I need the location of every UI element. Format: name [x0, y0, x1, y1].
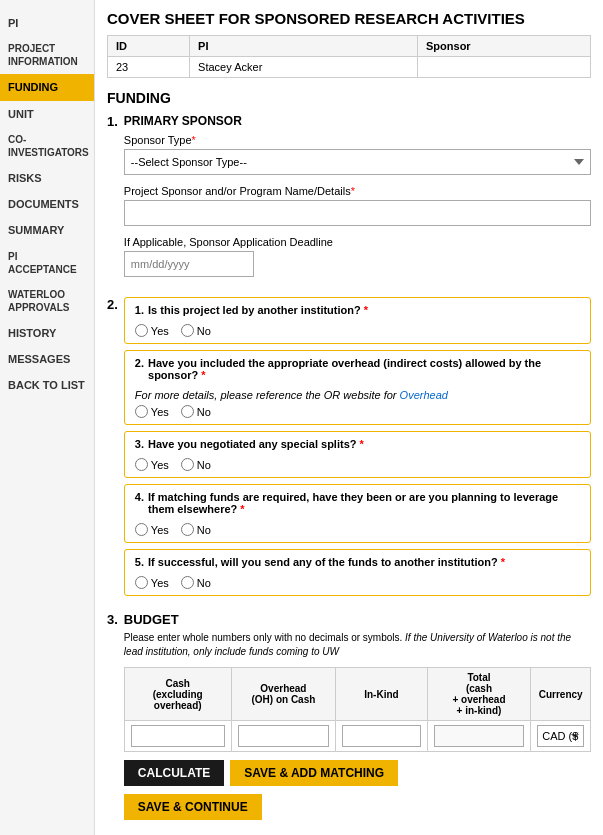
- sidebar-item-co-investigators[interactable]: Co-Investigators: [0, 127, 94, 165]
- q1-yes-radio[interactable]: [135, 324, 148, 337]
- question-3: 3. Have you negotiated any special split…: [124, 431, 591, 478]
- q5-yes-label[interactable]: Yes: [135, 576, 169, 589]
- q2-note: For more details, please reference the O…: [135, 389, 580, 401]
- cell-pi: Stacey Acker: [190, 57, 418, 78]
- section-3-content: BUDGET Please enter whole numbers only w…: [124, 612, 591, 820]
- deadline-label: If Applicable, Sponsor Application Deadl…: [124, 236, 591, 248]
- project-sponsor-label: Project Sponsor and/or Program Name/Deta…: [124, 185, 591, 197]
- cash-input[interactable]: [131, 725, 225, 747]
- q2-yes-radio[interactable]: [135, 405, 148, 418]
- q5-radio-group: Yes No: [135, 576, 580, 589]
- currency-select[interactable]: CAD ($) USD ($) EUR (€) GBP (£): [537, 725, 584, 747]
- col-inkind: In-Kind: [336, 668, 427, 721]
- overhead-cell: [231, 721, 336, 752]
- q3-text: Have you negotiated any special splits? …: [148, 438, 364, 450]
- q3-yes-label[interactable]: Yes: [135, 458, 169, 471]
- question-5: 5. If successful, will you send any of t…: [124, 549, 591, 596]
- section-1-number: 1.: [107, 114, 118, 129]
- question-2: 2. Have you included the appropriate ove…: [124, 350, 591, 425]
- button-row-2: SAVE & CONTINUE: [124, 794, 591, 820]
- q3-yes-radio[interactable]: [135, 458, 148, 471]
- q4-no-radio[interactable]: [181, 523, 194, 536]
- sidebar: PI Project Information FUNDING UNIT Co-I…: [0, 0, 95, 835]
- cash-cell: [124, 721, 231, 752]
- q3-no-label[interactable]: No: [181, 458, 211, 471]
- questions-wrapper: 1. Is this project led by another instit…: [124, 297, 591, 602]
- project-sponsor-group: Project Sponsor and/or Program Name/Deta…: [124, 185, 591, 226]
- col-cash: Cash (excluding overhead): [124, 668, 231, 721]
- col-total: Total (cash + overhead + in-kind): [427, 668, 531, 721]
- q1-header: 1. Is this project led by another instit…: [135, 304, 580, 320]
- sidebar-item-funding[interactable]: FUNDING: [0, 74, 94, 100]
- q1-yes-label[interactable]: Yes: [135, 324, 169, 337]
- calculate-button[interactable]: CALCULATE: [124, 760, 224, 786]
- sidebar-item-waterloo-approvals[interactable]: Waterloo Approvals: [0, 282, 94, 320]
- currency-cell: CAD ($) USD ($) EUR (€) GBP (£): [531, 721, 591, 752]
- sponsor-type-select[interactable]: --Select Sponsor Type--: [124, 149, 591, 175]
- sidebar-item-documents[interactable]: DOCUMENTS: [0, 191, 94, 217]
- q2-number: 2.: [135, 357, 144, 385]
- q3-radio-group: Yes No: [135, 458, 580, 471]
- col-id: ID: [108, 36, 190, 57]
- sidebar-item-history[interactable]: HISTORY: [0, 320, 94, 346]
- sidebar-item-back-to-list[interactable]: BACK TO LIST: [0, 372, 94, 398]
- page-title: COVER SHEET FOR SPONSORED RESEARCH ACTIV…: [107, 10, 591, 27]
- section-2: 2. 1. Is this project led by another ins…: [107, 297, 591, 602]
- q1-number: 1.: [135, 304, 144, 320]
- q4-number: 4.: [135, 491, 144, 519]
- sidebar-item-summary[interactable]: SUMMARY: [0, 217, 94, 243]
- question-1: 1. Is this project led by another instit…: [124, 297, 591, 344]
- table-row: 23 Stacey Acker: [108, 57, 591, 78]
- overhead-input[interactable]: [238, 725, 330, 747]
- project-sponsor-input[interactable]: [124, 200, 591, 226]
- q2-yes-label[interactable]: Yes: [135, 405, 169, 418]
- q2-header: 2. Have you included the appropriate ove…: [135, 357, 580, 385]
- deadline-input[interactable]: [124, 251, 254, 277]
- q4-yes-label[interactable]: Yes: [135, 523, 169, 536]
- q5-header: 5. If successful, will you send any of t…: [135, 556, 580, 572]
- q2-text: Have you included the appropriate overhe…: [148, 357, 580, 381]
- q1-text: Is this project led by another instituti…: [148, 304, 368, 316]
- q1-no-label[interactable]: No: [181, 324, 211, 337]
- section-1: 1. PRIMARY SPONSOR Sponsor Type* --Selec…: [107, 114, 591, 287]
- q5-yes-radio[interactable]: [135, 576, 148, 589]
- total-input[interactable]: [434, 725, 525, 747]
- section-2-number: 2.: [107, 297, 118, 312]
- inkind-input[interactable]: [342, 725, 420, 747]
- question-4: 4. If matching funds are required, have …: [124, 484, 591, 543]
- col-pi: PI: [190, 36, 418, 57]
- q2-no-label[interactable]: No: [181, 405, 211, 418]
- q2-no-radio[interactable]: [181, 405, 194, 418]
- sidebar-item-project-information[interactable]: Project Information: [0, 36, 94, 74]
- q5-no-radio[interactable]: [181, 576, 194, 589]
- q4-text: If matching funds are required, have the…: [148, 491, 580, 515]
- q5-no-label[interactable]: No: [181, 576, 211, 589]
- budget-title: BUDGET: [124, 612, 591, 627]
- sidebar-item-messages[interactable]: MESSAGES: [0, 346, 94, 372]
- q4-no-label[interactable]: No: [181, 523, 211, 536]
- sidebar-item-risks[interactable]: RISKS: [0, 165, 94, 191]
- q3-no-radio[interactable]: [181, 458, 194, 471]
- save-continue-button[interactable]: SAVE & CONTINUE: [124, 794, 262, 820]
- q3-header: 3. Have you negotiated any special split…: [135, 438, 580, 454]
- col-currency: Currency: [531, 668, 591, 721]
- cell-id: 23: [108, 57, 190, 78]
- sidebar-item-pi-acceptance[interactable]: PI ACCEPTANCE: [0, 244, 94, 282]
- funding-title: FUNDING: [107, 90, 591, 106]
- section-3: 3. BUDGET Please enter whole numbers onl…: [107, 612, 591, 820]
- col-sponsor: Sponsor: [418, 36, 591, 57]
- save-add-matching-button[interactable]: SAVE & ADD MATCHING: [230, 760, 398, 786]
- sidebar-item-pi[interactable]: PI: [0, 10, 94, 36]
- sponsor-type-group: Sponsor Type* --Select Sponsor Type--: [124, 134, 591, 175]
- q1-no-radio[interactable]: [181, 324, 194, 337]
- cell-sponsor: [418, 57, 591, 78]
- q5-number: 5.: [135, 556, 144, 572]
- sponsor-type-label: Sponsor Type*: [124, 134, 591, 146]
- deadline-group: If Applicable, Sponsor Application Deadl…: [124, 236, 591, 277]
- q1-radio-group: Yes No: [135, 324, 580, 337]
- q5-text: If successful, will you send any of the …: [148, 556, 505, 568]
- sidebar-item-unit[interactable]: UNIT: [0, 101, 94, 127]
- overhead-link[interactable]: Overhead: [400, 389, 448, 401]
- q4-yes-radio[interactable]: [135, 523, 148, 536]
- info-table: ID PI Sponsor 23 Stacey Acker: [107, 35, 591, 78]
